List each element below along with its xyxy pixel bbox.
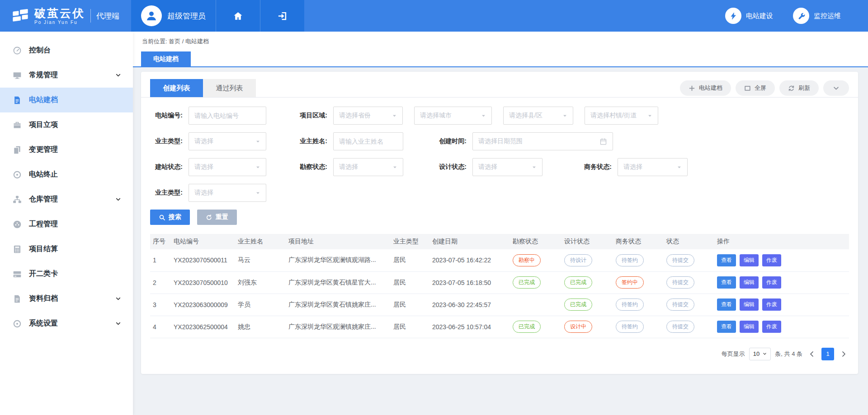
reset-button[interactable]: 重置 bbox=[197, 210, 237, 225]
cell-actions: 查看编辑作废 bbox=[714, 294, 849, 316]
column-header: 设计状态 bbox=[561, 234, 613, 249]
create-time-daterange[interactable]: 请选择日期范围 bbox=[472, 132, 613, 150]
sidebar-item-station-archive[interactable]: 电站建档 bbox=[0, 88, 133, 112]
sidebar-item-data-archive[interactable]: 资料归档 bbox=[0, 286, 133, 311]
placeholder-text: 请选择 bbox=[339, 163, 392, 171]
status-badge: 待签约 bbox=[616, 254, 644, 266]
logout-button[interactable] bbox=[260, 0, 304, 32]
sidebar-item-change-management[interactable]: 变更管理 bbox=[0, 137, 133, 162]
status-badge: 待签约 bbox=[616, 298, 644, 311]
view-button[interactable]: 查看 bbox=[717, 254, 736, 266]
void-button[interactable]: 作废 bbox=[762, 254, 781, 266]
status-badge: 签约中 bbox=[616, 276, 644, 289]
user-menu[interactable]: 超级管理员 bbox=[131, 0, 216, 32]
owner-type-2-select[interactable]: 请选择 bbox=[189, 184, 266, 202]
view-button[interactable]: 查看 bbox=[717, 298, 736, 311]
station-code-field[interactable] bbox=[194, 112, 260, 119]
header-shortcuts: 电站建设监控运维 bbox=[725, 0, 868, 32]
plus-icon bbox=[689, 85, 695, 92]
status-badge: 设计中 bbox=[564, 321, 592, 333]
placeholder-text: 请选择日期范围 bbox=[478, 137, 599, 145]
more-button[interactable] bbox=[823, 80, 849, 96]
cell-address: 广东深圳龙华区黄石镇姚家庄... bbox=[286, 294, 391, 316]
panel-toolbar: 电站建档全屏刷新 bbox=[680, 80, 849, 96]
district-select[interactable]: 请选择县/区 bbox=[503, 107, 573, 125]
main-layout: 控制台常规管理电站建档项目立项变更管理电站终止仓库管理工程管理项目结算开二类卡资… bbox=[0, 32, 868, 415]
caret-down-icon bbox=[481, 113, 486, 118]
tab-passed-list[interactable]: 通过列表 bbox=[203, 79, 256, 97]
per-page-select[interactable]: 10 bbox=[749, 348, 771, 360]
edit-button[interactable]: 编辑 bbox=[740, 254, 759, 266]
filter-label-survey-status: 勘察状态: bbox=[291, 163, 327, 171]
placeholder-text: 请选择 bbox=[623, 163, 677, 171]
cell-status: 待提交 bbox=[664, 316, 714, 338]
void-button[interactable]: 作废 bbox=[762, 321, 781, 333]
search-button[interactable]: 搜索 bbox=[150, 210, 190, 225]
sidebar-item-console[interactable]: 控制台 bbox=[0, 38, 133, 63]
sidebar-item-engineering-management[interactable]: 工程管理 bbox=[0, 212, 133, 237]
sidebar-item-project-settlement[interactable]: 项目结算 bbox=[0, 237, 133, 261]
page-number-1[interactable]: 1 bbox=[821, 348, 834, 360]
filter-label-owner-type-2: 业主类型: bbox=[146, 189, 183, 197]
filter-actions: 搜索 重置 bbox=[150, 210, 858, 225]
content: 当前位置: 首页 / 电站建档 电站建档 创建列表 通过列表 电站建档全屏刷新 … bbox=[133, 32, 868, 415]
filter-row: 建站状态:请选择勘察状态:请选择设计状态:请选择商务状态:请选择 bbox=[146, 158, 858, 176]
sidebar-item-project-approval[interactable]: 项目立项 bbox=[0, 112, 133, 137]
cell-owner-name: 学员 bbox=[235, 294, 286, 316]
filter-label-province: 项目区域: bbox=[291, 112, 327, 120]
edit-button[interactable]: 编辑 bbox=[740, 276, 759, 289]
station-code-input[interactable] bbox=[189, 107, 266, 125]
province-select[interactable]: 请选择省份 bbox=[333, 107, 403, 125]
build-status-select[interactable]: 请选择 bbox=[189, 158, 266, 176]
add-station-button[interactable]: 电站建档 bbox=[680, 80, 731, 96]
cell-owner-name: 马云 bbox=[235, 249, 286, 271]
owner-name-field[interactable] bbox=[339, 138, 397, 145]
sidebar-item-label: 工程管理 bbox=[29, 219, 121, 229]
sidebar-item-station-termination[interactable]: 电站终止 bbox=[0, 162, 133, 187]
prev-page-button[interactable] bbox=[808, 350, 816, 358]
city-select[interactable]: 请选择城市 bbox=[414, 107, 492, 125]
cell-created: 2023-06-30 22:45:57 bbox=[429, 294, 510, 316]
next-page-button[interactable] bbox=[840, 350, 847, 358]
filter-label-design-status: 设计状态: bbox=[430, 163, 467, 171]
status-badge: 待提交 bbox=[666, 254, 694, 266]
caret-down-icon bbox=[647, 113, 652, 118]
town-select[interactable]: 请选择村镇/街道 bbox=[585, 107, 658, 125]
owner-name-input[interactable] bbox=[333, 132, 403, 150]
cell-station-code: YX2023070500011 bbox=[171, 249, 235, 271]
cell-owner-type: 居民 bbox=[391, 249, 429, 271]
toolbar-button-label: 全屏 bbox=[755, 84, 766, 92]
view-button[interactable]: 查看 bbox=[717, 321, 736, 333]
edit-button[interactable]: 编辑 bbox=[740, 298, 759, 311]
owner-type-select[interactable]: 请选择 bbox=[189, 132, 266, 150]
page-tab-station-archive[interactable]: 电站建档 bbox=[141, 51, 191, 66]
sidebar-item-system-settings[interactable]: 系统设置 bbox=[0, 311, 133, 336]
chevron-down-icon bbox=[115, 321, 121, 326]
fullscreen-button[interactable]: 全屏 bbox=[736, 80, 775, 96]
view-button[interactable]: 查看 bbox=[717, 276, 736, 289]
edit-button[interactable]: 编辑 bbox=[740, 321, 759, 333]
column-header: 勘察状态 bbox=[510, 234, 561, 249]
design-status-select[interactable]: 请选择 bbox=[472, 158, 542, 176]
sidebar-item-general-management[interactable]: 常规管理 bbox=[0, 63, 133, 88]
survey-status-select[interactable]: 请选择 bbox=[333, 158, 403, 176]
void-button[interactable]: 作废 bbox=[762, 276, 781, 289]
status-badge: 已完成 bbox=[513, 276, 541, 289]
cell-business-status: 签约中 bbox=[613, 271, 664, 294]
shortcut-monitor-ops[interactable]: 监控运维 bbox=[793, 8, 841, 24]
breadcrumb-path[interactable]: 首页 / 电站建档 bbox=[169, 38, 209, 45]
sidebar-item-second-class-card[interactable]: 开二类卡 bbox=[0, 261, 133, 286]
filter-label-owner-name: 业主姓名: bbox=[291, 137, 327, 145]
home-button[interactable] bbox=[216, 0, 260, 32]
refresh-button[interactable]: 刷新 bbox=[779, 80, 819, 96]
tab-create-list[interactable]: 创建列表 bbox=[150, 79, 203, 97]
pagination: 每页显示 10 条, 共 4 条 1 bbox=[150, 348, 849, 360]
placeholder-text: 请选择 bbox=[194, 189, 255, 197]
sidebar-item-warehouse-management[interactable]: 仓库管理 bbox=[0, 187, 133, 212]
business-status-select[interactable]: 请选择 bbox=[618, 158, 688, 176]
chevron-down-icon bbox=[115, 196, 121, 202]
void-button[interactable]: 作废 bbox=[762, 298, 781, 311]
column-header: 操作 bbox=[714, 234, 849, 249]
shortcut-station-build[interactable]: 电站建设 bbox=[725, 8, 773, 24]
dial-icon bbox=[13, 220, 22, 229]
